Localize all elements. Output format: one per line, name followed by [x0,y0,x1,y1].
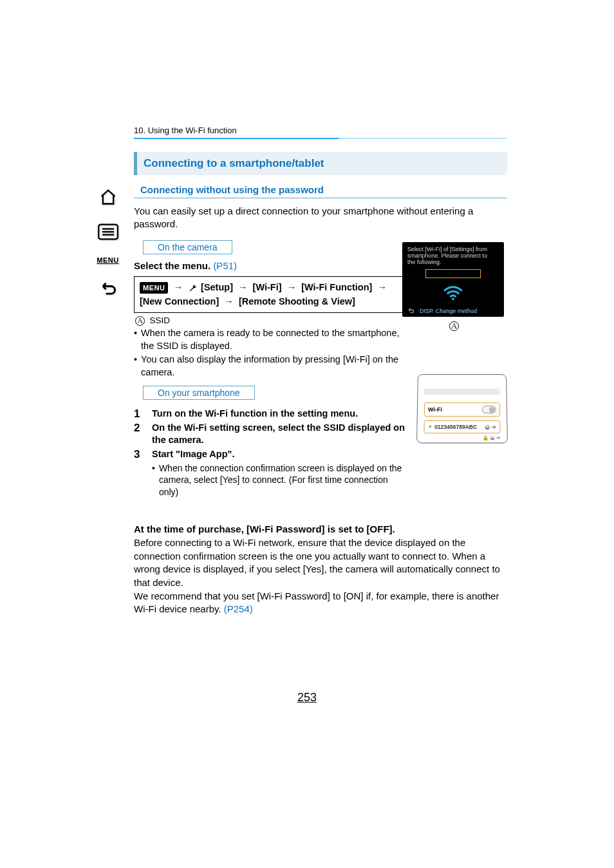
svg-point-4 [452,297,454,300]
menu-path-box: MENU → [Setup] → [Wi-Fi] → [Wi-Fi Functi… [134,276,404,314]
step-3-sub-text: When the connection confirmation screen … [159,462,409,499]
sidebar-nav: MENU [93,187,122,299]
phone-fig-row2: 🔒 ◒ ➜ [423,435,501,441]
toc-icon[interactable] [97,222,120,242]
menu-icon[interactable]: MENU [97,256,120,264]
phone-fig-wifi-row: Wi-Fi [424,402,500,417]
camera-bullet-1-text: When the camera is ready to be connected… [141,327,404,352]
purchase-link[interactable]: (P254) [224,603,253,614]
step-1-text: Turn on the Wi-Fi function in the settin… [152,408,358,420]
camera-fig-change: DISP. Change method [420,308,477,314]
marker-a-icon: A [135,316,145,326]
step-3-text: Start "Image App". [152,449,234,459]
select-menu-text: Select the menu. [134,260,213,271]
wrench-icon [188,283,198,292]
camera-fig-marker: A [449,320,459,331]
main-content: 10. Using the Wi-Fi function Connecting … [134,126,507,616]
page-number: 253 [0,691,614,704]
camera-fig-bottom-bar: DISP. Change method [407,307,477,314]
menu-icon-label: MENU [97,256,118,264]
camera-screen-figure: Select [Wi-Fi] of [Settings] from smartp… [402,242,504,317]
intro-text: You can easily set up a direct connectio… [134,205,507,231]
camera-fig-line3: the following. [407,259,499,265]
step-3-body: Start "Image App". •When the connection … [152,448,409,498]
subsection-title: Connecting without using the password [134,184,507,198]
phone-figure: Wi-Fi ⚬ 0123456789ABC ◒ ➜ 🔒 ◒ ➜ [417,373,507,443]
ssid-label: SSID [150,316,171,325]
toggle-icon [482,406,496,413]
purchase-body: Before connecting to a Wi-Fi network, en… [134,537,500,614]
step-2-num: 2 [134,422,143,447]
wifi-small-icon: ◒ ➜ [485,424,497,430]
camera-fig-line1: Select [Wi-Fi] of [Settings] from [407,246,499,252]
camera-fig-line2: smartphone. Please connect to [407,252,499,259]
step-2-text: On the Wi-Fi setting screen, select the … [152,422,409,447]
phone-fig-wifi-label: Wi-Fi [428,406,442,413]
camera-bullet-2-text: You can also display the information by … [141,354,404,379]
lock-icon: 🔒 ◒ ➜ [482,435,501,441]
camera-bullet-2: •You can also display the information by… [134,354,404,379]
menu-path-remote: [Remote Shooting & View] [239,296,355,307]
select-menu-link[interactable]: (P51) [213,260,237,271]
home-icon[interactable] [97,187,120,207]
wifi-icon [407,282,499,301]
purchase-bold: At the time of purchase, [Wi-Fi Password… [134,524,395,534]
phone-fig-ssid: ⚬ 0123456789ABC [428,424,478,430]
camera-fig-ssid-slot [425,269,481,278]
section-title: Connecting to a smartphone/tablet [134,152,507,175]
camera-bullet-1: •When the camera is ready to be connecte… [134,327,404,352]
step-3-num: 3 [134,448,143,498]
on-smartphone-label: On your smartphone [143,386,255,400]
on-camera-label: On the camera [143,240,232,254]
step-1-num: 1 [134,408,143,420]
back-icon[interactable] [97,278,120,299]
phone-fig-ssid-row: ⚬ 0123456789ABC ◒ ➜ [423,420,500,433]
purchase-note: At the time of purchase, [Wi-Fi Password… [134,523,507,616]
step-3: 3 Start "Image App". •When the connectio… [134,448,507,498]
menu-chip: MENU [140,282,168,294]
menu-path-wifi-func: [Wi-Fi Function] [301,282,372,292]
chapter-label: 10. Using the Wi-Fi function [134,126,507,135]
chapter-rule [134,138,507,139]
menu-path-setup: [Setup] [201,282,233,292]
marker-a-fig-icon: A [449,321,459,331]
step-3-sub: •When the connection confirmation screen… [152,462,409,499]
menu-path-new-conn: [New Connection] [140,296,219,307]
menu-path-wifi: [Wi-Fi] [253,282,282,292]
